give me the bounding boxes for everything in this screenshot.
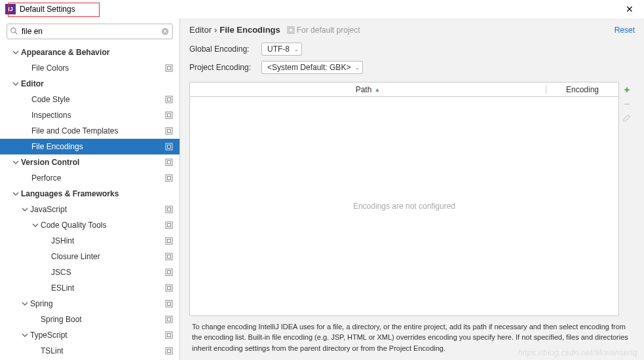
svg-rect-30 — [168, 287, 171, 290]
project-encoding-combo[interactable]: <System Default: GBK> ⌄ — [261, 61, 363, 74]
sidebar-item-inspections[interactable]: Inspections — [0, 107, 180, 123]
svg-rect-10 — [168, 114, 171, 117]
close-button[interactable]: ✕ — [620, 4, 639, 14]
sidebar-item-label: Spring — [30, 299, 180, 308]
sidebar-item-label: Closure Linter — [51, 252, 180, 261]
pencil-icon — [622, 113, 632, 122]
project-scope-icon — [165, 206, 173, 213]
search-wrap — [7, 24, 173, 39]
sidebar-item-file-and-code-templates[interactable]: File and Code Templates — [0, 123, 180, 139]
sidebar-item-label: Inspections — [31, 111, 180, 120]
sidebar-item-file-colors[interactable]: File Colors — [0, 60, 180, 76]
search-input[interactable] — [7, 24, 173, 39]
clear-icon[interactable] — [161, 27, 170, 36]
footer-description: To change encoding IntelliJ IDEA uses fo… — [189, 316, 635, 361]
sidebar-item-spring-boot[interactable]: Spring Boot — [0, 312, 180, 327]
sidebar-item-eslint[interactable]: ESLint — [0, 280, 180, 296]
svg-rect-32 — [168, 302, 171, 306]
chevron-down-icon — [12, 158, 20, 166]
sidebar-item-label: Editor — [21, 79, 180, 88]
col-path-label: Path — [356, 85, 372, 94]
svg-rect-36 — [168, 334, 171, 337]
project-scope-icon — [165, 143, 173, 151]
table-toolbar: + − — [619, 82, 635, 316]
svg-rect-16 — [168, 161, 171, 164]
sidebar-item-label: Appearance & Behavior — [21, 48, 180, 57]
sidebar-item-label: TSLint — [41, 346, 180, 355]
global-encoding-combo[interactable]: UTF-8 ⌄ — [261, 43, 302, 56]
settings-tree: Appearance & BehaviorFile ColorsEditorCo… — [0, 45, 180, 359]
chevron-down-icon — [21, 331, 29, 339]
svg-rect-6 — [168, 67, 171, 70]
sidebar-item-javascript[interactable]: JavaScript — [0, 202, 180, 217]
svg-rect-7 — [166, 96, 172, 103]
svg-rect-12 — [168, 130, 171, 133]
sidebar-item-label: JSHint — [51, 236, 180, 245]
edit-button[interactable] — [622, 113, 632, 123]
sidebar-item-typescript[interactable]: TypeScript — [0, 327, 180, 343]
svg-rect-14 — [168, 145, 171, 149]
svg-point-0 — [11, 28, 16, 33]
svg-rect-38 — [168, 350, 171, 353]
project-scope-icon — [165, 253, 173, 261]
svg-rect-9 — [166, 112, 172, 118]
main-panel: Editor › File Encodings For default proj… — [180, 18, 644, 360]
sidebar-item-spring[interactable]: Spring — [0, 296, 180, 312]
search-icon — [10, 27, 18, 35]
global-encoding-row: Global Encoding: UTF-8 ⌄ — [189, 43, 635, 56]
svg-rect-27 — [166, 269, 172, 276]
col-encoding[interactable]: Encoding — [546, 85, 618, 94]
sidebar-item-jscs[interactable]: JSCS — [0, 264, 180, 280]
project-encoding-label: Project Encoding: — [189, 63, 261, 72]
project-scope-icon — [165, 300, 173, 308]
sidebar-item-label: File Colors — [31, 63, 180, 73]
global-encoding-label: Global Encoding: — [189, 45, 261, 54]
project-encoding-value: <System Default: GBK> — [267, 63, 350, 72]
svg-rect-18 — [168, 177, 171, 180]
project-scope-icon — [165, 174, 173, 182]
breadcrumb-a[interactable]: Editor — [189, 25, 212, 35]
svg-line-1 — [15, 32, 17, 34]
sidebar-item-label: Version Control — [21, 158, 180, 167]
svg-rect-31 — [166, 300, 172, 307]
table-empty: Encodings are not configured — [190, 97, 618, 315]
svg-rect-40 — [289, 28, 293, 32]
chevron-down-icon — [12, 48, 20, 56]
svg-rect-23 — [166, 238, 172, 244]
project-scope-icon — [165, 347, 173, 355]
remove-button[interactable]: − — [622, 98, 632, 109]
sidebar-item-code-style[interactable]: Code Style — [0, 92, 180, 107]
sidebar-item-jshint[interactable]: JSHint — [0, 233, 180, 249]
sidebar-item-editor[interactable]: Editor — [0, 76, 180, 92]
sidebar-item-label: Perforce — [31, 173, 180, 183]
sidebar-item-appearance-behavior[interactable]: Appearance & Behavior — [0, 45, 180, 60]
sidebar-item-languages-frameworks[interactable]: Languages & Frameworks — [0, 186, 180, 202]
reset-link[interactable]: Reset — [615, 26, 635, 35]
sidebar-item-label: JSCS — [51, 268, 180, 277]
project-scope-icon — [165, 315, 173, 323]
sidebar-item-file-encodings[interactable]: File Encodings — [0, 139, 180, 154]
chevron-down-icon: ⌄ — [294, 46, 299, 52]
sidebar-item-code-quality-tools[interactable]: Code Quality Tools — [0, 217, 180, 233]
sidebar-item-closure-linter[interactable]: Closure Linter — [0, 249, 180, 264]
chevron-down-icon: ⌄ — [355, 65, 360, 71]
project-scope-icon — [165, 268, 173, 276]
chevron-down-icon — [21, 300, 29, 308]
add-button[interactable]: + — [622, 84, 632, 94]
sidebar-item-tslint[interactable]: TSLint — [0, 343, 180, 359]
table-wrap: Path ▲ Encoding Encodings are not config… — [189, 82, 635, 316]
project-scope-icon — [165, 331, 173, 339]
svg-rect-22 — [168, 224, 171, 227]
breadcrumb-sep: › — [214, 25, 217, 35]
breadcrumb-hint: For default project — [287, 26, 360, 35]
sidebar-item-perforce[interactable]: Perforce — [0, 170, 180, 186]
col-path[interactable]: Path ▲ — [190, 85, 546, 94]
svg-rect-13 — [166, 143, 172, 150]
project-scope-icon — [165, 127, 173, 135]
global-encoding-value: UTF-8 — [267, 45, 290, 54]
sidebar-item-version-control[interactable]: Version Control — [0, 154, 180, 170]
window-title: Default Settings — [20, 5, 75, 14]
sidebar-item-label: ESLint — [51, 283, 180, 293]
sidebar-item-label: TypeScript — [30, 331, 180, 340]
project-scope-icon — [165, 111, 173, 119]
